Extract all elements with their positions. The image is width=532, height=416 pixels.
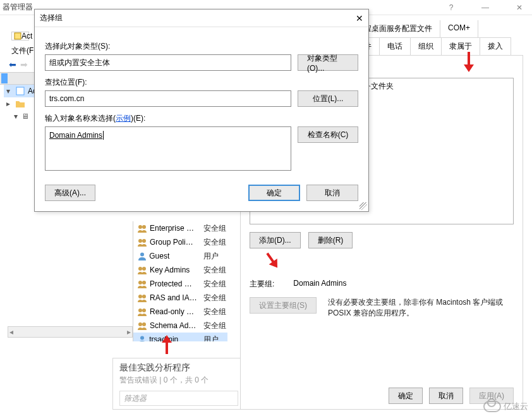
annotation-arrow-down-icon — [461, 52, 476, 73]
item-type: 安全组 — [203, 265, 227, 276]
svg-point-10 — [142, 281, 146, 284]
svg-point-3 — [142, 225, 146, 229]
item-type: 安全组 — [203, 223, 227, 234]
object-types-button[interactable]: 对象类型(O)... — [298, 54, 358, 71]
item-type: 安全组 — [203, 307, 227, 317]
item-name: Protected … — [150, 279, 201, 288]
svg-point-11 — [138, 295, 142, 298]
svg-point-2 — [138, 225, 142, 229]
tab-COM+[interactable]: COM+ — [440, 20, 478, 37]
item-type: 用户 — [203, 334, 227, 342]
svg-point-4 — [138, 239, 142, 243]
select-group-dialog: 选择组 ✕ 选择此对象类型(S): 组或内置安全主体 对象类型(O)... 查找… — [34, 9, 369, 212]
watermark: 亿速云 — [483, 401, 528, 412]
svg-rect-0 — [15, 33, 21, 39]
item-name: Schema Ad… — [150, 321, 201, 330]
user-icon — [137, 334, 147, 341]
group-icon — [137, 265, 147, 275]
forward-arrow-icon: ➡ — [20, 59, 28, 70]
cancel-button[interactable]: 取消 — [306, 185, 358, 201]
back-arrow-icon[interactable]: ⬅ — [9, 59, 16, 70]
horizontal-scrollbar[interactable]: ◂▸ — [8, 326, 133, 338]
cancel-button[interactable]: 取消 — [429, 388, 463, 404]
svg-point-12 — [142, 295, 146, 298]
remove-button[interactable]: 删除(R) — [308, 232, 353, 248]
item-type: 用户 — [203, 251, 227, 262]
list-item[interactable]: RAS and IA…安全组 — [133, 291, 227, 305]
object-type-field: 组或内置安全主体 — [45, 54, 291, 71]
group-icon — [137, 293, 147, 303]
svg-rect-1 — [16, 87, 24, 95]
example-link[interactable]: 示例 — [116, 114, 131, 123]
tab-电话[interactable]: 电话 — [379, 37, 411, 55]
list-item[interactable]: trsadmin用户 — [133, 333, 227, 341]
list-item[interactable]: Key Admins安全组 — [133, 263, 227, 277]
best-practices-panel: 最佳实践分析程序 警告或错误 | 0 个，共 0 个 筛选器 — [112, 358, 245, 410]
item-name: trsadmin — [149, 335, 201, 341]
set-primary-group-button: 设置主要组(S) — [250, 297, 317, 314]
cloud-icon — [483, 401, 501, 412]
item-name: RAS and IA… — [150, 293, 201, 302]
item-type: 安全组 — [203, 237, 227, 248]
minimize-icon[interactable]: — — [473, 0, 498, 15]
svg-point-6 — [140, 253, 144, 257]
bp-title: 最佳实践分析程序 — [113, 358, 245, 374]
item-name: Group Poli… — [150, 238, 201, 247]
svg-point-17 — [140, 336, 144, 340]
item-name: Read-only … — [150, 307, 201, 316]
dialog-close-icon[interactable]: ✕ — [356, 13, 363, 23]
svg-point-7 — [138, 267, 142, 271]
aduc-icon — [14, 31, 21, 41]
primary-group-label: 主要组: — [250, 279, 274, 290]
list-item[interactable]: Schema Ad…安全组 — [133, 319, 227, 333]
annotation-arrow-up-icon — [159, 334, 174, 355]
item-name: Enterprise … — [150, 224, 201, 233]
watermark-text: 亿速云 — [504, 401, 528, 412]
locations-button[interactable]: 位置(L)... — [298, 90, 358, 107]
group-icon — [137, 237, 147, 247]
lookin-label: 查找位置(F): — [45, 77, 358, 88]
help-icon[interactable]: ? — [438, 0, 464, 15]
annotation-arrow-icon — [265, 252, 280, 271]
bp-subtitle: 警告或错误 | 0 个，共 0 个 — [113, 374, 245, 391]
users-list[interactable]: Enterprise …安全组Group Poli…安全组Guest用户Key … — [133, 221, 227, 341]
item-type: 安全组 — [203, 293, 227, 303]
primary-group-note: 没有必要改变主要组，除非你有 Macintosh 客户端或 POSIX 兼容的应… — [328, 297, 514, 319]
dialog-title: 选择组 — [40, 13, 356, 23]
user-icon — [137, 251, 147, 261]
list-item[interactable]: Guest用户 — [133, 249, 227, 263]
list-item[interactable]: Enterprise …安全组 — [133, 221, 227, 235]
domain-icon: 🖥 — [20, 111, 30, 121]
aduc-tab-label: Act — [21, 32, 32, 40]
group-icon — [137, 223, 147, 233]
server-manager-title: 器管理器 — [0, 2, 33, 13]
lookin-field: trs.com.cn — [45, 90, 291, 107]
bp-filter-input[interactable]: 筛选器 — [119, 391, 238, 406]
resize-grip-icon[interactable] — [360, 202, 367, 210]
list-item[interactable]: Read-only …安全组 — [133, 305, 227, 319]
add-button[interactable]: 添加(D)... — [250, 232, 301, 248]
object-names-input[interactable]: Domain Admins — [45, 126, 291, 171]
list-item[interactable]: Protected …安全组 — [133, 277, 227, 291]
advanced-button[interactable]: 高级(A)... — [45, 185, 95, 201]
item-name: Key Admins — [150, 266, 201, 274]
object-type-label: 选择此对象类型(S): — [45, 41, 358, 52]
ok-button[interactable]: 确定 — [248, 185, 300, 201]
tab-组织[interactable]: 组织 — [410, 37, 442, 55]
list-item[interactable]: Group Poli…安全组 — [133, 235, 227, 249]
svg-point-9 — [138, 281, 142, 284]
item-type: 安全组 — [203, 321, 227, 331]
svg-point-8 — [142, 267, 146, 271]
item-type: 安全组 — [203, 279, 227, 290]
svg-point-14 — [142, 309, 146, 312]
check-names-button[interactable]: 检查名称(C) — [298, 126, 358, 143]
svg-point-16 — [142, 322, 146, 326]
tab-拨入[interactable]: 拨入 — [480, 37, 511, 55]
primary-group-value: Domain Admins — [293, 279, 346, 290]
close-icon[interactable]: ✕ — [507, 0, 532, 15]
aduc-root-icon — [15, 86, 25, 96]
file-menu[interactable]: 文件(F — [11, 46, 33, 56]
aduc-tab[interactable]: Act — [11, 32, 29, 40]
nav-arrows: ⬅ ➡ — [9, 59, 28, 70]
ok-button[interactable]: 确定 — [389, 388, 423, 404]
